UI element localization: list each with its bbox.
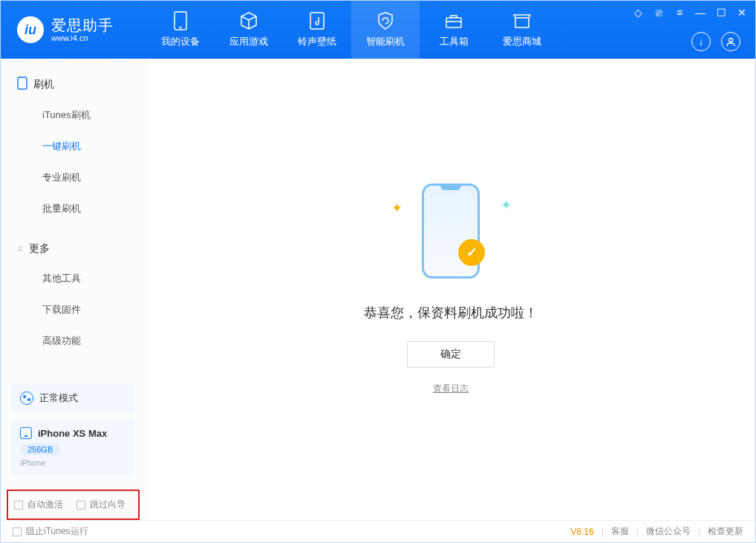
tab-smart-flash[interactable]: 智能刷机	[351, 1, 420, 59]
close-button[interactable]: ✕	[736, 7, 748, 19]
checkbox-label: 阻止iTunes运行	[26, 525, 88, 538]
sidebar: 刷机 iTunes刷机 一键刷机 专业刷机 批量刷机 ≡ 更多 其他工具 下载固…	[1, 59, 146, 520]
maximize-button[interactable]: ☐	[715, 7, 727, 19]
shirt-icon[interactable]: ◇	[632, 7, 644, 19]
checkbox-icon	[76, 501, 85, 510]
heading-text: 刷机	[33, 78, 54, 91]
checkbox-label: 自动激活	[27, 498, 63, 511]
svg-point-1	[180, 27, 182, 29]
footer: 阻止iTunes运行 V8.16 | 客服 | 微信公众号 | 检查更新	[1, 520, 755, 542]
device-icon	[20, 427, 32, 439]
sparkle-icon: ✦	[391, 200, 403, 216]
success-illustration: ✦ ✦ ✓	[406, 183, 495, 287]
sidebar-item-onekey-flash[interactable]: 一键刷机	[1, 131, 146, 162]
sparkle-icon: ✦	[501, 197, 512, 213]
store-icon	[512, 11, 532, 30]
device-icon	[171, 11, 190, 30]
tab-label: 爱思商城	[503, 35, 541, 48]
footer-link-wechat[interactable]: 微信公众号	[646, 525, 691, 538]
lock-icon[interactable]: ⎚	[653, 7, 665, 19]
heading-text: 更多	[29, 242, 50, 256]
checkbox-auto-activate[interactable]: 自动激活	[14, 498, 63, 511]
ok-button[interactable]: 确定	[407, 341, 495, 368]
footer-link-check-update[interactable]: 检查更新	[708, 525, 743, 538]
view-log-link[interactable]: 查看日志	[433, 383, 469, 395]
tab-label: 我的设备	[161, 35, 200, 48]
checkbox-block-itunes[interactable]: 阻止iTunes运行	[13, 525, 88, 538]
tab-ringtones-wallpapers[interactable]: 铃声壁纸	[283, 1, 351, 59]
device-card[interactable]: iPhone XS Max 256GB iPhone	[11, 420, 135, 475]
success-message: 恭喜您，保资料刷机成功啦！	[364, 304, 538, 322]
header-actions: ↓	[691, 32, 740, 51]
device-storage-badge: 256GB	[20, 443, 60, 455]
checkbox-skip-guide[interactable]: 跳过向导	[76, 498, 126, 511]
music-file-icon	[307, 11, 327, 30]
sidebar-item-itunes-flash[interactable]: iTunes刷机	[1, 100, 146, 131]
tab-label: 智能刷机	[366, 35, 405, 48]
svg-point-4	[729, 39, 733, 42]
tab-store[interactable]: 爱思商城	[488, 1, 556, 59]
download-icon[interactable]: ↓	[691, 32, 711, 51]
user-icon[interactable]	[721, 32, 740, 51]
list-icon: ≡	[17, 243, 23, 255]
main-content: ✦ ✦ ✓ 恭喜您，保资料刷机成功啦！ 确定 查看日志	[146, 59, 755, 520]
svg-rect-2	[310, 13, 324, 29]
tab-label: 工具箱	[440, 35, 469, 48]
sidebar-heading-flash: 刷机	[1, 69, 146, 100]
checkbox-label: 跳过向导	[90, 498, 126, 511]
version-label: V8.16	[570, 527, 593, 537]
device-type: iPhone	[20, 458, 126, 467]
checkbox-icon	[14, 501, 23, 510]
minimize-button[interactable]: —	[694, 7, 706, 19]
svg-rect-3	[446, 18, 461, 27]
sidebar-item-download-firmware[interactable]: 下载固件	[1, 294, 146, 325]
phone-icon	[17, 77, 27, 92]
sidebar-item-batch-flash[interactable]: 批量刷机	[1, 193, 146, 224]
svg-rect-5	[18, 77, 27, 89]
checkmark-badge-icon: ✓	[458, 239, 485, 266]
brand-logo-icon: iu	[17, 16, 44, 43]
toolbox-icon	[444, 11, 463, 30]
titlebar-controls: ◇ ⎚ ≡ — ☐ ✕	[632, 7, 748, 19]
header: iu 爱思助手 www.i4.cn 我的设备 应用游戏 铃声壁纸	[1, 1, 755, 59]
mode-card[interactable]: 正常模式	[11, 384, 135, 412]
brand-subtitle: www.i4.cn	[51, 33, 114, 42]
menu-icon[interactable]: ≡	[674, 7, 685, 19]
sidebar-item-advanced[interactable]: 高级功能	[1, 325, 146, 357]
checkbox-icon	[13, 527, 22, 536]
sidebar-heading-more: ≡ 更多	[1, 235, 146, 263]
nav-tabs: 我的设备 应用游戏 铃声壁纸 智能刷机 工具箱	[146, 1, 556, 59]
sidebar-item-pro-flash[interactable]: 专业刷机	[1, 162, 146, 193]
phone-outline-icon: ✓	[422, 183, 480, 279]
shield-refresh-icon	[376, 11, 395, 30]
footer-link-support[interactable]: 客服	[611, 525, 629, 538]
tab-toolbox[interactable]: 工具箱	[420, 1, 488, 59]
mode-text: 正常模式	[39, 391, 78, 405]
device-name: iPhone XS Max	[38, 428, 107, 439]
tab-apps-games[interactable]: 应用游戏	[215, 1, 283, 59]
tab-my-device[interactable]: 我的设备	[146, 1, 215, 59]
brand-title: 爱思助手	[51, 17, 114, 33]
brand: iu 爱思助手 www.i4.cn	[1, 1, 146, 59]
tab-label: 铃声壁纸	[298, 35, 336, 48]
cube-icon	[239, 11, 258, 30]
sidebar-item-other-tools[interactable]: 其他工具	[1, 263, 146, 294]
highlighted-options-box: 自动激活 跳过向导	[7, 490, 140, 520]
tab-label: 应用游戏	[229, 35, 268, 48]
mode-icon	[20, 391, 33, 405]
